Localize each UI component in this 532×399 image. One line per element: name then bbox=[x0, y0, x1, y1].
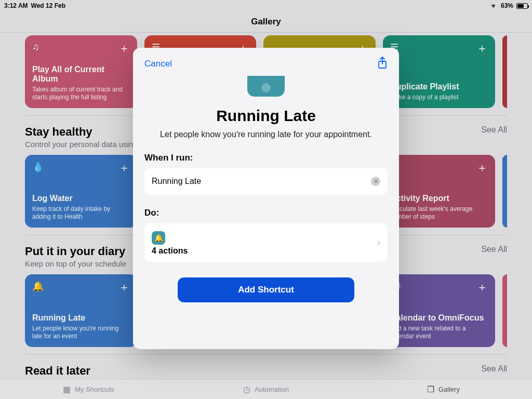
sheet-title: Running Late bbox=[144, 107, 388, 125]
tab-gallery[interactable]: ❐Gallery bbox=[355, 380, 532, 399]
do-label: Do: bbox=[144, 208, 388, 218]
shortcut-name-field[interactable]: ✕ bbox=[144, 168, 388, 194]
cancel-button[interactable]: Cancel bbox=[144, 59, 172, 69]
stack-icon: ❐ bbox=[427, 384, 434, 394]
actions-row[interactable]: 🔔 4 actions › bbox=[144, 223, 388, 262]
tab-my-shortcuts[interactable]: ▦My Shortcuts bbox=[0, 380, 177, 399]
shortcut-detail-sheet: Cancel Running Late Let people know you'… bbox=[133, 48, 399, 349]
actions-count: 4 actions bbox=[152, 246, 188, 256]
add-shortcut-button[interactable]: Add Shortcut bbox=[178, 277, 354, 302]
when-i-run-label: When I run: bbox=[144, 153, 388, 163]
clear-input-button[interactable]: ✕ bbox=[371, 177, 380, 186]
clock-icon: ◷ bbox=[243, 384, 250, 394]
bell-icon: 🔔 bbox=[152, 231, 165, 245]
share-button[interactable] bbox=[377, 57, 388, 71]
share-icon bbox=[377, 57, 388, 69]
grid-icon: ▦ bbox=[63, 384, 71, 394]
chevron-right-icon: › bbox=[377, 237, 380, 248]
sheet-subtitle: Let people know you're running late for … bbox=[144, 130, 388, 139]
tab-bar: ▦My Shortcuts ◷Automation ❐Gallery bbox=[0, 379, 532, 399]
shortcut-hero-icon bbox=[247, 76, 285, 97]
tab-automation[interactable]: ◷Automation bbox=[177, 380, 354, 399]
shortcut-name-input[interactable] bbox=[152, 177, 371, 186]
